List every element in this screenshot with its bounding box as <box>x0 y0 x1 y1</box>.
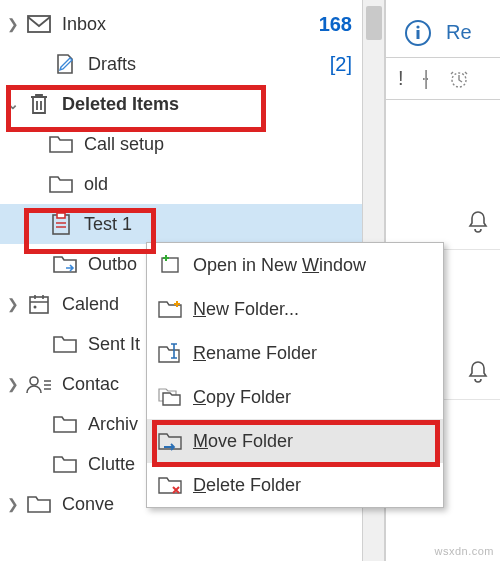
svg-point-5 <box>30 377 38 385</box>
folder-icon <box>52 331 78 357</box>
svg-rect-3 <box>30 297 48 313</box>
menu-label: Delete Folder <box>193 475 431 496</box>
menu-delete-folder[interactable]: Delete Folder <box>147 463 443 507</box>
delete-folder-icon <box>155 473 185 497</box>
menu-label: New Folder... <box>193 299 431 320</box>
svg-point-7 <box>416 25 419 28</box>
folder-label: Drafts <box>88 54 330 75</box>
menu-open-new-window[interactable]: Open in New Window <box>147 243 443 287</box>
menu-label: Move Folder <box>193 431 431 452</box>
folder-old[interactable]: old <box>0 164 362 204</box>
folder-context-menu: Open in New Window New Folder... Rename … <box>146 242 444 508</box>
clipboard-icon <box>48 211 74 237</box>
folder-deleted-items[interactable]: ⌄ Deleted Items <box>0 84 362 124</box>
folder-icon <box>48 131 74 157</box>
folder-test-1[interactable]: Test 1 <box>0 204 362 244</box>
menu-new-folder[interactable]: New Folder... <box>147 287 443 331</box>
chevron-right-icon: ❯ <box>0 496 26 512</box>
svg-rect-8 <box>417 30 420 39</box>
chevron-right-icon: ❯ <box>0 16 26 32</box>
count-badge: [2] <box>330 53 352 76</box>
unread-badge: 168 <box>319 13 352 36</box>
info-icon <box>404 19 432 47</box>
copy-folder-icon <box>155 385 185 409</box>
envelope-icon <box>26 11 52 37</box>
chevron-right-icon: ❯ <box>0 296 26 312</box>
new-folder-icon <box>155 297 185 321</box>
list-header[interactable]: ! | <box>386 58 500 100</box>
message-item[interactable] <box>386 100 500 250</box>
menu-move-folder[interactable]: Move Folder <box>147 419 443 463</box>
info-bar[interactable]: Re <box>386 8 500 58</box>
reminder-column[interactable] <box>449 69 469 89</box>
folder-icon <box>52 411 78 437</box>
move-folder-icon <box>155 429 185 453</box>
menu-rename-folder[interactable]: Rename Folder <box>147 331 443 375</box>
menu-label: Copy Folder <box>193 387 431 408</box>
folder-label: Call setup <box>84 134 352 155</box>
trash-icon <box>26 91 52 117</box>
folder-label: Deleted Items <box>62 94 352 115</box>
svg-point-4 <box>34 306 37 309</box>
folder-label: Test 1 <box>84 214 352 235</box>
bell-icon <box>466 359 490 385</box>
svg-rect-2 <box>57 213 65 218</box>
draft-icon <box>52 51 78 77</box>
svg-rect-10 <box>162 258 178 272</box>
calendar-icon <box>26 291 52 317</box>
importance-column[interactable]: ! <box>398 67 404 90</box>
folder-label: old <box>84 174 352 195</box>
chevron-right-icon: ❯ <box>0 376 26 392</box>
rename-folder-icon <box>155 341 185 365</box>
folder-drafts[interactable]: ❯ Drafts [2] <box>0 44 362 84</box>
folder-label: Inbox <box>62 14 319 35</box>
folder-call-setup[interactable]: Call setup <box>0 124 362 164</box>
contacts-icon <box>26 371 52 397</box>
svg-rect-0 <box>28 16 50 32</box>
outbox-icon <box>52 251 78 277</box>
new-window-icon <box>155 253 185 277</box>
folder-icon <box>48 171 74 197</box>
scrollbar-thumb[interactable] <box>366 6 382 40</box>
folder-icon <box>52 451 78 477</box>
chevron-down-icon: ⌄ <box>0 96 26 112</box>
bell-icon <box>466 209 490 235</box>
menu-label: Open in New Window <box>193 255 431 276</box>
watermark: wsxdn.com <box>434 545 494 557</box>
menu-label: Rename Folder <box>193 343 431 364</box>
menu-copy-folder[interactable]: Copy Folder <box>147 375 443 419</box>
folder-icon <box>26 491 52 517</box>
folder-inbox[interactable]: ❯ Inbox 168 <box>0 4 362 44</box>
info-text: Re <box>446 21 472 44</box>
